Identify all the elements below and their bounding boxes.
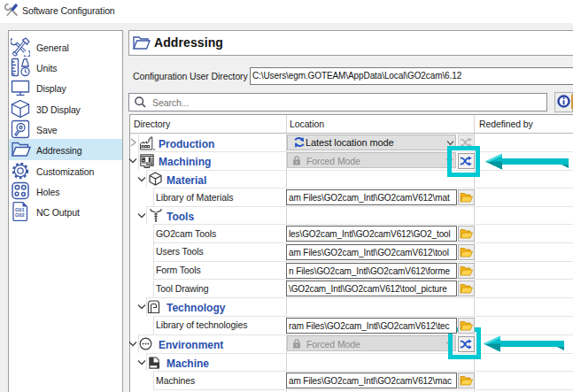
svg-text:G02: G02 <box>15 212 25 218</box>
svg-text:G01: G01 <box>15 207 25 212</box>
